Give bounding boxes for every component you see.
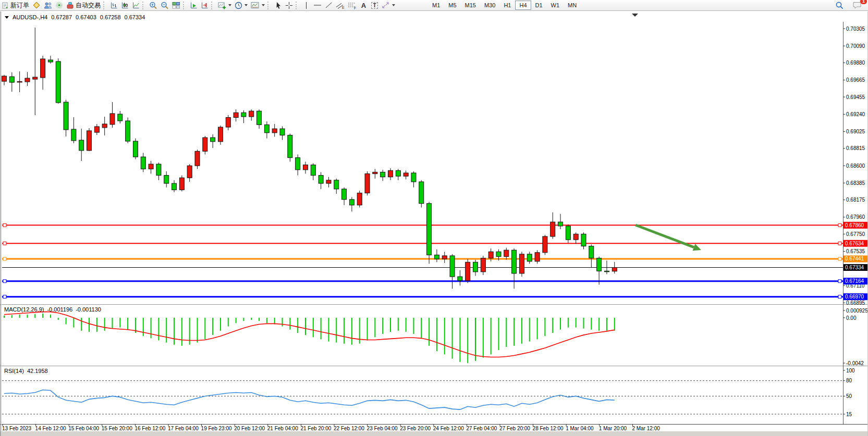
candle-body [71,129,76,141]
price-tick-label: 0.67750 [846,231,865,237]
zoom-in-icon [149,2,157,9]
trendline-button[interactable] [323,1,334,10]
horizontal-line-button[interactable] [312,1,323,10]
search-icon [835,1,844,10]
timeframe-m15-button[interactable]: M15 [461,1,480,10]
cursor-button[interactable] [273,1,284,10]
zoom-out-button[interactable] [159,1,170,10]
candle-body [450,256,455,277]
templates-button[interactable] [249,1,266,10]
auto-scroll-button[interactable] [188,1,199,10]
candle-body [504,250,509,256]
open-value: 0.67287 [51,14,72,20]
window-bottom-strip [0,431,868,436]
price-tick-label: 0.69025 [846,129,865,134]
chart-shift-button[interactable] [199,1,210,10]
zoom-in-button[interactable] [148,1,159,10]
market-depth-button[interactable] [31,1,42,10]
candle-body [434,255,439,259]
price-tick-label: 0.68600 [846,163,865,169]
macd-tick-label: 0.000925 [846,308,868,314]
indicators-button[interactable] [216,1,233,10]
timeframe-m1-button[interactable]: M1 [428,1,444,10]
timeframe-m30-button[interactable]: M30 [480,1,499,10]
candle-body [296,158,300,170]
search-button[interactable] [834,1,846,10]
candle-body [373,172,377,173]
candle-body [264,124,269,132]
community-button[interactable] [42,1,54,10]
bar-chart-icon [110,2,118,9]
time-tick-label: 27 Feb 04:00 [466,426,497,431]
fibonacci-button[interactable]: F [346,1,358,10]
signals-button[interactable] [54,1,65,10]
candle-body [126,121,130,141]
bar-chart-button[interactable] [108,1,119,10]
time-tick-label: 23 Feb 20:00 [400,426,431,431]
candle-body [164,176,169,183]
toolbar-grip [296,2,299,9]
new-order-label: 新订单 [10,1,29,10]
fibonacci-icon: F [348,2,357,9]
candle-body [496,252,501,256]
rsi-value: 42.1958 [27,368,48,374]
arrows-button[interactable] [380,1,397,10]
candle-body [56,61,60,103]
new-order-button[interactable]: 新订单 [1,1,31,10]
main-toolbar: 新订单 自动交易 [0,0,868,11]
crosshair-button[interactable] [284,1,295,10]
candle-body [365,174,370,193]
timeframe-w1-button[interactable]: W1 [547,1,564,10]
candle-body [226,118,230,128]
line-handle[interactable] [838,280,841,283]
line-handle[interactable] [3,280,6,283]
tile-windows-icon [172,2,180,9]
time-tick-label: 20 Feb 12:00 [234,426,265,431]
text-button[interactable]: A [358,1,369,10]
price-tick-label: 0.70090 [846,43,865,49]
price-tick-label: 0.69240 [846,111,865,117]
equidistant-channel-button[interactable]: E [334,1,346,10]
line-handle[interactable] [838,242,841,245]
line-handle[interactable] [3,257,6,260]
line-handle[interactable] [3,295,6,298]
low-value: 0.67258 [100,14,121,20]
text-tool-icon: A [361,2,366,9]
candle-body [481,258,485,272]
signal-icon [55,2,63,9]
timeframe-mn-button[interactable]: MN [564,1,581,10]
collapse-ohlc-icon[interactable] [5,16,9,19]
timeframe-h4-button[interactable]: H4 [515,1,531,10]
autotrading-button[interactable]: 自动交易 [65,1,102,10]
line-chart-button[interactable] [130,1,141,10]
time-tick-label: 27 Feb 20:00 [499,426,530,431]
candle-body [79,140,84,151]
time-tick-label: 23 Feb 04:00 [367,426,398,431]
line-handle[interactable] [838,223,841,227]
time-tick-label: 28 Feb 12:00 [533,426,564,431]
macd-tick-label: -0.0042 [846,360,864,366]
notifications-button[interactable]: 1 [851,1,864,10]
high-value: 0.67403 [76,14,96,20]
candle-body [419,182,424,204]
line-handle[interactable] [838,295,841,298]
candle-body [589,246,594,258]
tile-windows-button[interactable] [170,1,182,10]
timeframe-h1-button[interactable]: H1 [499,1,515,10]
timeframe-d1-button[interactable]: D1 [531,1,547,10]
candle-body [133,141,138,157]
periods-button[interactable] [233,1,249,10]
candle-body [573,234,578,240]
vertical-line-button[interactable] [301,1,312,10]
line-handle[interactable] [3,223,6,227]
candle-body [334,180,339,189]
timeframe-m5-button[interactable]: M5 [444,1,460,10]
line-handle[interactable] [3,242,6,245]
line-handle[interactable] [838,257,841,260]
text-label-button[interactable]: T [369,1,380,10]
candlestick-chart-button[interactable] [119,1,130,10]
robot-icon [66,2,74,9]
toolbar-grip [103,2,106,9]
toolbar-grip [267,2,271,9]
macd-main-value: -0.001196 [47,306,72,313]
